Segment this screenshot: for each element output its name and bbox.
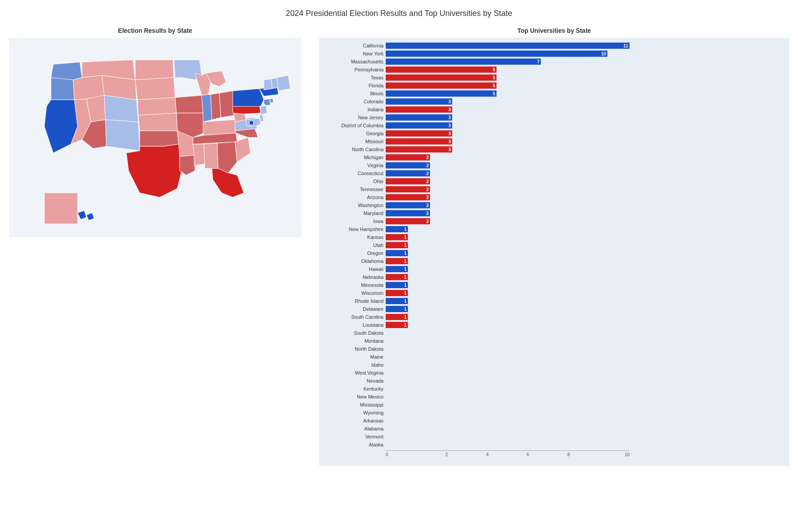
bar-row: Montana [324, 337, 785, 344]
bar-fill: 7 [386, 59, 541, 65]
content-area: Election Results by State [0, 23, 798, 470]
bar-fill: 3 [386, 138, 452, 145]
bar-track [386, 378, 785, 384]
bar-track: 1 [386, 234, 785, 240]
bar-track: 1 [386, 306, 785, 312]
bar-track: 3 [386, 106, 785, 113]
bar-fill: 1 [386, 266, 408, 272]
bar-fill: 3 [386, 114, 452, 121]
bar-row: Florida5 [324, 82, 785, 89]
bar-row: South Carolina1 [324, 313, 785, 321]
bar-label: Illinois [324, 91, 386, 96]
x-tick: 10 [589, 451, 630, 457]
bar-track [386, 362, 785, 368]
bar-fill: 1 [386, 250, 408, 256]
bar-track [386, 434, 785, 440]
bar-fill: 2 [386, 154, 430, 160]
state-new-jersey [259, 106, 267, 114]
bar-track [386, 394, 785, 400]
left-panel-title: Election Results by State [9, 27, 301, 34]
main-title: 2024 Presidential Election Results and T… [0, 9, 798, 18]
x-tick: 8 [548, 451, 589, 457]
bar-row: Ohio2 [324, 178, 785, 185]
bar-label: Indiana [324, 107, 386, 112]
bar-track [386, 346, 785, 352]
bar-label: Alaska [324, 442, 386, 447]
bar-row: Minnesota1 [324, 282, 785, 289]
bar-fill: 1 [386, 234, 408, 240]
bar-fill: 1 [386, 242, 408, 248]
bar-track: 10 [386, 51, 785, 57]
state-kansas [138, 113, 177, 131]
bar-row: Michigan2 [324, 154, 785, 161]
bar-row: North Carolina3 [324, 146, 785, 153]
bar-label: South Dakota [324, 330, 386, 336]
bar-row: Alaska [324, 441, 785, 448]
bar-label: Maine [324, 354, 386, 360]
state-south-dakota [135, 78, 175, 100]
bar-row: Maine [324, 353, 785, 360]
state-iowa [175, 95, 203, 113]
chart-inner: California11New York10Massachusetts7Penn… [324, 42, 785, 448]
bar-row: Rhode Island1 [324, 297, 785, 305]
bar-track: 1 [386, 282, 785, 288]
state-new-mexico [106, 120, 140, 151]
bar-fill: 3 [386, 122, 452, 129]
right-panel: Top Universities by State California11Ne… [310, 23, 798, 470]
bar-track [386, 330, 785, 336]
bar-label: Iowa [324, 219, 386, 224]
bar-fill: 5 [386, 66, 497, 73]
bar-row: Nebraska1 [324, 274, 785, 281]
bar-label: New York [324, 51, 386, 56]
bar-track: 2 [386, 202, 785, 208]
bar-row: California11 [324, 42, 785, 49]
bar-label: Delaware [324, 306, 386, 312]
bar-label: Pennsylvania [324, 67, 386, 72]
bar-track: 1 [386, 226, 785, 232]
bar-row: Missouri3 [324, 138, 785, 145]
bar-fill: 1 [386, 282, 408, 288]
bar-label: New Hampshire [324, 227, 386, 232]
bar-fill: 1 [386, 314, 408, 320]
bar-fill: 2 [386, 210, 430, 216]
x-tick: 2 [426, 451, 467, 457]
bar-fill: 5 [386, 82, 497, 89]
bar-label: Mississippi [324, 402, 386, 407]
bar-label: Minnesota [324, 282, 386, 288]
state-maine [277, 75, 290, 91]
bar-label: Kansas [324, 235, 386, 240]
bar-row: Virginia2 [324, 162, 785, 169]
bar-label: Massachusetts [324, 59, 386, 64]
bar-track: 5 [386, 82, 785, 89]
bar-track [386, 354, 785, 360]
bar-row: Maryland2 [324, 210, 785, 217]
bar-track [386, 442, 785, 448]
bar-label: Florida [324, 83, 386, 88]
bar-row: Texas5 [324, 74, 785, 81]
bar-fill: 1 [386, 290, 408, 296]
bar-fill: 2 [386, 162, 430, 168]
bar-row: Oregon1 [324, 250, 785, 257]
bar-track: 2 [386, 162, 785, 168]
bar-track: 3 [386, 130, 785, 137]
bar-fill: 1 [386, 274, 408, 280]
bar-row: West Virginia [324, 369, 785, 376]
state-oregon [51, 78, 74, 100]
x-tick: 4 [467, 451, 508, 457]
bar-label: Wyoming [324, 410, 386, 415]
bar-fill: 1 [386, 298, 408, 304]
bar-track [386, 418, 785, 424]
bar-row: North Dakota [324, 345, 785, 352]
state-kentucky [203, 120, 236, 135]
bar-track [386, 386, 785, 392]
state-nebraska [137, 98, 176, 115]
bar-label: Nebraska [324, 274, 386, 280]
state-oklahoma [140, 131, 179, 146]
right-panel-title: Top Universities by State [319, 27, 789, 34]
state-vermont [264, 79, 272, 90]
bar-label: Montana [324, 338, 386, 344]
bar-fill: 5 [386, 74, 497, 81]
bar-track: 3 [386, 146, 785, 153]
bar-track: 3 [386, 122, 785, 129]
bar-fill: 2 [386, 178, 430, 184]
